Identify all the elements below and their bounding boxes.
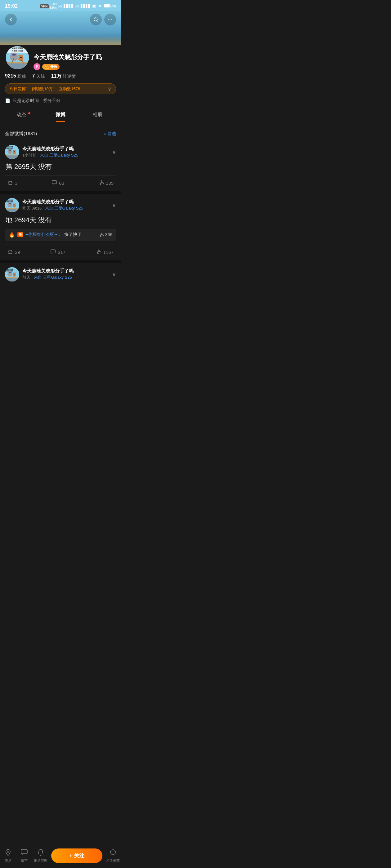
post-content-1: 第 2695天 没有 [5,162,116,172]
svg-text:万物皆可期待: 万物皆可期待 [5,148,13,149]
post-card-3: 前路浩浩荡荡 万物皆可期待 今天鹿晗关晓彤分手了吗 前天 来自 三星Galaxy… [0,263,121,309]
tabs-row: 动态 微博 相册 [5,108,116,122]
post-chevron-3[interactable]: ∨ [112,271,116,278]
post-time-1: 1小时前 来自 三星Galaxy S25 [22,153,109,158]
repost-button-2[interactable]: 39 [5,248,23,257]
repost-likes: 366 [99,232,112,237]
wifi-icon-svg [97,4,103,8]
svg-rect-53 [51,250,56,253]
svg-point-67 [14,274,15,274]
profile-info: 今天鹿晗关晓彤分手了吗 P 👑 开通 [33,53,116,70]
vip-badge[interactable]: 👑 开通 [42,64,60,70]
post-header-3: 前路浩浩荡荡 万物皆可期待 今天鹿晗关晓彤分手了吗 前天 来自 三星Galaxy… [5,267,116,281]
svg-point-24 [9,150,10,151]
svg-rect-50 [5,209,19,212]
profile-top: 前路浩浩荡荡 万物皆可期待 今天鹿晗关晓彤分手了吗 P 👑 开通 [5,45,116,70]
svg-point-31 [14,151,15,152]
svg-point-48 [13,205,14,205]
post-username-2[interactable]: 今天鹿晗关晓彤分手了吗 [22,199,109,205]
hot-fire-icon: 🔥 [9,232,15,238]
svg-point-49 [14,205,15,205]
post-source-3[interactable]: 来自 三星Galaxy S25 [34,275,72,280]
signal2-icon: 5G [75,4,79,8]
post-header-2: 前路浩浩荡荡 万物皆可期待 今天鹿晗关晓彤分手了吗 昨天 09:16 来自 三星… [5,198,116,212]
tab-dongtai[interactable]: 动态 [5,108,42,122]
notice-banner[interactable]: 昨日发博1，阅读数10万+，互动数1578 ∨ [5,83,116,94]
like-button-2[interactable]: 1167 [93,248,116,257]
post-count-text: 全部微博(1681) [5,131,37,137]
following-count: 7 [32,73,35,79]
post-avatar-svg-1: 前路浩浩荡荡 万物皆可期待 [5,145,19,159]
post-meta-1: 今天鹿晗关晓彤分手了吗 1小时前 来自 三星Galaxy S25 [22,146,109,158]
post-avatar-svg-2: 前路浩浩荡荡 万物皆可期待 [5,198,19,212]
post-content-2: 地 2694天 没有 [5,215,116,225]
avatar-overlay-text: 前路浩浩荡荡 万物皆可期待 [6,47,29,53]
post-avatar-3[interactable]: 前路浩浩荡荡 万物皆可期待 [5,267,19,281]
comment-icon-1 [52,180,57,186]
bio-line: 📄 只是记录时间，爱分不分 [5,98,116,103]
post-time-2: 昨天 09:16 来自 三星Galaxy S25 [22,206,109,211]
wifi-icon: ⌘︎ [92,4,96,9]
stats-row: 9215 粉丝 7 关注 11万 转评赞 [5,73,116,80]
post-source-2[interactable]: 来自 三星Galaxy S25 [45,206,83,211]
comment-button-1[interactable]: 63 [49,179,67,188]
tab-dot [28,112,30,114]
post-actions-2: 39 317 1167 [5,245,116,260]
post-chevron-2[interactable]: ∨ [112,202,116,209]
stat-fans[interactable]: 9215 粉丝 [5,73,26,80]
search-button[interactable] [90,13,102,25]
repost-like-icon [99,232,104,237]
repost-user: --你脸红什么呀--： [25,232,62,238]
repost-icon-2 [7,249,13,255]
repost-text: 快了快了 [64,232,82,238]
svg-rect-17 [6,64,29,69]
post-username-1[interactable]: 今天鹿晗关晓彤分手了吗 [22,146,109,152]
signal1-icon: 5G [58,4,62,8]
svg-rect-32 [5,156,19,159]
svg-point-30 [13,151,14,152]
post-source-1[interactable]: 来自 三星Galaxy S25 [40,153,78,157]
post-username-3[interactable]: 今天鹿晗关晓彤分手了吗 [22,268,109,274]
speed-text: 3.00KB/s [50,2,56,10]
status-icons: VPN 3.00KB/s 5G ▋▋▋▋ 5G ▋▋▋▋ ⌘︎ 98 [40,2,116,10]
post-chevron-1[interactable]: ∨ [112,149,116,155]
repost-left: 🔥 热 --你脸红什么呀--： 快了快了 [9,232,82,238]
like-icon-2 [96,249,102,255]
post-avatar-1[interactable]: 前路浩浩荡荡 万物皆可期待 [5,145,19,159]
svg-text:万物皆可期待: 万物皆可期待 [5,201,13,203]
repost-button-1[interactable]: 3 [5,179,20,188]
post-time-3: 前天 来自 三星Galaxy S25 [22,275,109,280]
back-button[interactable] [5,13,17,25]
more-button[interactable]: ··· [104,13,116,25]
post-header-1: 前路浩浩荡荡 万物皆可期待 今天鹿晗关晓彤分手了吗 1小时前 来自 三星Gala… [5,145,116,159]
following-label: 关注 [36,73,45,79]
like-button-1[interactable]: 135 [96,179,116,188]
repost-icon [7,180,13,186]
stat-following[interactable]: 7 关注 [32,73,45,80]
post-avatar-2[interactable]: 前路浩浩荡荡 万物皆可期待 [5,198,19,212]
tab-xiangce[interactable]: 相册 [79,108,116,122]
battery-icon [104,4,110,8]
profile-section: 前路浩浩荡荡 万物皆可期待 今天鹿晗关晓彤分手了吗 P 👑 开通 9215 粉丝… [0,45,121,127]
chevron-down-icon: ∨ [108,86,111,92]
avatar[interactable]: 前路浩浩荡荡 万物皆可期待 [5,45,30,70]
tab-weibo[interactable]: 微博 [42,108,79,122]
profile-name: 今天鹿晗关晓彤分手了吗 [33,53,116,61]
svg-text:前路浩浩荡荡: 前路浩浩荡荡 [6,199,13,201]
svg-text:前路浩浩荡荡: 前路浩浩荡荡 [6,269,13,270]
svg-rect-68 [5,278,19,281]
stat-likes[interactable]: 11万 转评赞 [51,73,76,80]
filter-button[interactable]: ≡ 筛选 [104,131,116,137]
svg-point-8 [14,54,16,56]
fans-count: 9215 [5,73,16,79]
notice-text: 昨日发博1，阅读数10万+，互动数1578 [10,86,80,92]
comment-button-2[interactable]: 317 [48,248,68,257]
nav-right-buttons: ··· [90,13,116,25]
svg-point-7 [12,54,14,56]
repost-preview-2[interactable]: 🔥 热 --你脸红什么呀--： 快了快了 366 [5,229,116,241]
svg-point-42 [9,203,10,204]
post-list-header: 全部微博(1681) ≡ 筛选 [0,127,121,141]
comment-icon-2 [50,249,56,255]
likes-count: 11万 [51,73,62,80]
svg-text:万物皆可期待: 万物皆可期待 [5,270,13,272]
